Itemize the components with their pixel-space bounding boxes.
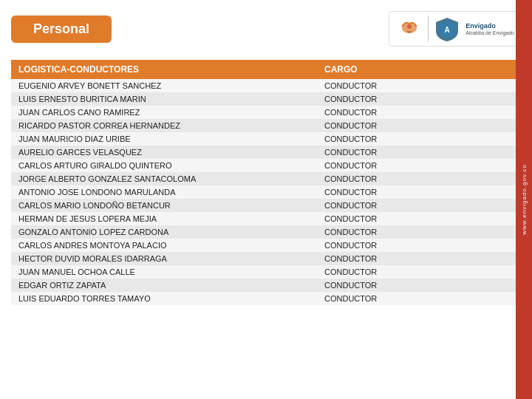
cell-name: HERMAN DE JESUS LOPERA MEJIA (11, 212, 317, 225)
envigado-logo-icon (395, 15, 423, 43)
logo-area: A Envigado Alcaldía de Envigado (389, 11, 521, 47)
table-row: HECTOR DUVID MORALES IDARRAGACONDUCTOR (11, 252, 521, 265)
svg-point-2 (407, 24, 412, 29)
cell-cargo: CONDUCTOR (317, 279, 521, 292)
divider (428, 16, 429, 42)
table-header-row: LOGISTICA-CONDUCTORES CARGO (11, 60, 521, 79)
cell-cargo: CONDUCTOR (317, 199, 521, 212)
table-row: JUAN MAURICIO DIAZ URIBECONDUCTOR (11, 132, 521, 146)
cell-name: JORGE ALBERTO GONZALEZ SANTACOLOMA (11, 172, 317, 185)
cell-name: AURELIO GARCES VELASQUEZ (11, 146, 317, 159)
cell-cargo: CONDUCTOR (317, 159, 521, 172)
cell-name: EUGENIO ARVEY BONETT SANCHEZ (11, 79, 317, 92)
cell-cargo: CONDUCTOR (317, 119, 521, 132)
cell-cargo: CONDUCTOR (317, 265, 521, 279)
cell-cargo: CONDUCTOR (317, 79, 521, 92)
page-title: Personal (11, 16, 112, 43)
col-header-cargo: CARGO (317, 60, 521, 79)
cell-name: JUAN MAURICIO DIAZ URIBE (11, 132, 317, 146)
table-row: CARLOS ARTURO GIRALDO QUINTEROCONDUCTOR (11, 159, 521, 172)
logo-envigado-label: Envigado (466, 22, 496, 30)
table-row: LUIS ERNESTO BURITICA MARINCONDUCTOR (11, 92, 521, 106)
logo-texts: Envigado Alcaldía de Envigado (466, 22, 514, 35)
cell-cargo: CONDUCTOR (317, 132, 521, 146)
cell-cargo: CONDUCTOR (317, 212, 521, 225)
cell-name: LUIS EDUARDO TORRES TAMAYO (11, 292, 317, 305)
table-row: CARLOS MARIO LONDOÑO BETANCURCONDUCTOR (11, 199, 521, 212)
cell-cargo: CONDUCTOR (317, 185, 521, 199)
table-row: JUAN MANUEL OCHOA CALLECONDUCTOR (11, 265, 521, 279)
personnel-table: LOGISTICA-CONDUCTORES CARGO EUGENIO ARVE… (11, 60, 521, 305)
table-row: RICARDO PASTOR CORREA HERNANDEZCONDUCTOR (11, 119, 521, 132)
cell-cargo: CONDUCTOR (317, 146, 521, 159)
cell-cargo: CONDUCTOR (317, 239, 521, 252)
cell-name: HECTOR DUVID MORALES IDARRAGA (11, 252, 317, 265)
table-row: AURELIO GARCES VELASQUEZCONDUCTOR (11, 146, 521, 159)
cell-cargo: CONDUCTOR (317, 172, 521, 185)
cell-cargo: CONDUCTOR (317, 252, 521, 265)
cell-name: GONZALO ANTONIO LOPEZ CARDONA (11, 225, 317, 239)
cell-name: CARLOS ARTURO GIRALDO QUINTERO (11, 159, 317, 172)
table-row: CARLOS ANDRES MONTOYA PALACIOCONDUCTOR (11, 239, 521, 252)
table-body: EUGENIO ARVEY BONETT SANCHEZCONDUCTORLUI… (11, 79, 521, 305)
table-row: ANTONIO JOSE LONDONO MARULANDACONDUCTOR (11, 185, 521, 199)
page-wrapper: Personal A Envigado A (0, 0, 532, 399)
header: Personal A Envigado A (11, 11, 521, 47)
side-stripe: www.envigado.gov.co (516, 0, 532, 399)
table-row: EUGENIO ARVEY BONETT SANCHEZCONDUCTOR (11, 79, 521, 92)
cell-cargo: CONDUCTOR (317, 225, 521, 239)
table-row: JUAN CARLOS CANO RAMIREZCONDUCTOR (11, 106, 521, 119)
alcaldia-logo-icon: A (433, 15, 461, 43)
cell-cargo: CONDUCTOR (317, 92, 521, 106)
cell-name: CARLOS MARIO LONDOÑO BETANCUR (11, 199, 317, 212)
cell-name: CARLOS ANDRES MONTOYA PALACIO (11, 239, 317, 252)
svg-text:A: A (445, 26, 450, 34)
cell-cargo: CONDUCTOR (317, 106, 521, 119)
col-header-name: LOGISTICA-CONDUCTORES (11, 60, 317, 79)
table-row: JORGE ALBERTO GONZALEZ SANTACOLOMACONDUC… (11, 172, 521, 185)
cell-name: ANTONIO JOSE LONDONO MARULANDA (11, 185, 317, 199)
cell-cargo: CONDUCTOR (317, 292, 521, 305)
cell-name: LUIS ERNESTO BURITICA MARIN (11, 92, 317, 106)
table-row: HERMAN DE JESUS LOPERA MEJIACONDUCTOR (11, 212, 521, 225)
side-stripe-text: www.envigado.gov.co (521, 164, 528, 235)
cell-name: JUAN CARLOS CANO RAMIREZ (11, 106, 317, 119)
table-row: EDGAR ORTIZ ZAPATACONDUCTOR (11, 279, 521, 292)
table-row: GONZALO ANTONIO LOPEZ CARDONACONDUCTOR (11, 225, 521, 239)
cell-name: EDGAR ORTIZ ZAPATA (11, 279, 317, 292)
logo-alcaldia-label: Alcaldía de Envigado (466, 30, 514, 35)
table-container: LOGISTICA-CONDUCTORES CARGO EUGENIO ARVE… (11, 60, 521, 305)
table-row: LUIS EDUARDO TORRES TAMAYOCONDUCTOR (11, 292, 521, 305)
cell-name: RICARDO PASTOR CORREA HERNANDEZ (11, 119, 317, 132)
cell-name: JUAN MANUEL OCHOA CALLE (11, 265, 317, 279)
